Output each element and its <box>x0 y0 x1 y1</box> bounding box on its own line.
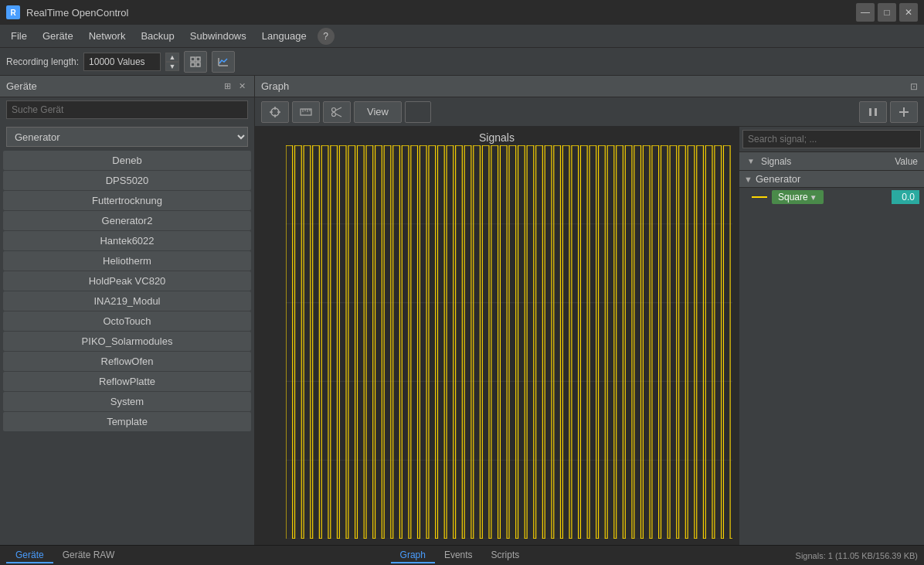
signals-column-label: Signals <box>761 156 791 167</box>
tab-scripts[interactable]: Scripts <box>482 548 529 563</box>
list-item[interactable]: Hantek6022 <box>3 231 251 250</box>
list-item[interactable]: INA219_Modul <box>3 291 251 311</box>
list-item[interactable]: Deneb <box>3 151 251 170</box>
list-item[interactable]: DPS5020 <box>3 171 251 190</box>
tab-geraete[interactable]: Geräte <box>6 548 53 563</box>
svg-rect-21 <box>899 111 909 113</box>
list-item[interactable]: Template <box>3 412 251 431</box>
device-list: Generator Deneb DPS5020 Futtertrocknung … <box>0 122 254 545</box>
geraete-close-button[interactable]: ✕ <box>236 80 248 92</box>
geraete-title: Geräte <box>6 80 37 92</box>
maximize-button[interactable]: □ <box>878 3 896 22</box>
value-col-header: Value <box>878 155 924 168</box>
menu-network[interactable]: Network <box>81 27 134 45</box>
signals-panel: ▼ Signals Value ▼ Generator Square ▼ 0.0 <box>739 127 924 545</box>
list-item[interactable]: OctoTouch <box>3 311 251 331</box>
chart-button[interactable] <box>212 51 235 73</box>
geraete-header: Geräte ⊞ ✕ <box>0 76 254 97</box>
list-item[interactable]: Futtertrocknung <box>3 191 251 210</box>
signals-search-input[interactable] <box>742 130 921 148</box>
list-item[interactable]: HoldPeak VC820 <box>3 271 251 291</box>
recording-spinner: ▲ ▼ <box>165 53 179 71</box>
spin-down-button[interactable]: ▼ <box>165 62 179 71</box>
list-item[interactable]: ReflowPlatte <box>3 372 251 391</box>
list-item[interactable]: System <box>3 392 251 411</box>
signal-value-display: 0.0 <box>892 190 919 204</box>
scissors-button[interactable] <box>323 101 351 123</box>
svg-rect-18 <box>869 108 871 116</box>
svg-rect-3 <box>196 63 200 66</box>
recording-label: Recording length: <box>6 56 79 67</box>
view-extra-button[interactable] <box>405 101 431 123</box>
app-icon: R <box>6 5 20 19</box>
signal-name-button[interactable]: Square ▼ <box>772 190 824 204</box>
bottom-right-tabs: Graph Events Scripts <box>391 548 529 563</box>
graph-signals-area: Signals 1 0. <box>255 127 924 545</box>
list-item[interactable]: Heliotherm <box>3 251 251 271</box>
menu-subwindows[interactable]: Subwindows <box>182 27 254 45</box>
svg-point-15 <box>332 112 336 116</box>
menu-help[interactable]: ? <box>318 28 335 45</box>
signal-name-label: Square <box>778 192 808 203</box>
svg-rect-2 <box>191 63 195 66</box>
view-button[interactable]: View <box>354 101 402 123</box>
graph-toolbar: View <box>255 97 924 127</box>
geraete-expand-button[interactable]: ⊞ <box>222 80 233 92</box>
crosshair-button[interactable] <box>261 101 289 123</box>
graph-title: Graph <box>261 80 289 92</box>
toolbar: Recording length: ▲ ▼ <box>0 48 924 76</box>
signals-expand-button[interactable]: ▼ <box>744 157 758 165</box>
tab-events[interactable]: Events <box>435 548 482 563</box>
tab-geraete-raw[interactable]: Geräte RAW <box>53 548 124 563</box>
statusbar: Geräte Geräte RAW Graph Events Scripts S… <box>0 545 924 565</box>
grid-button[interactable] <box>184 51 207 73</box>
svg-rect-1 <box>196 57 200 61</box>
graph-expand-button[interactable]: ⊡ <box>910 81 918 92</box>
recording-input[interactable] <box>83 53 161 71</box>
geraete-panel: Geräte ⊞ ✕ Generator Deneb DPS5020 Futte… <box>0 76 255 545</box>
device-dropdown[interactable]: Generator <box>6 127 248 147</box>
menu-language[interactable]: Language <box>254 27 314 45</box>
menu-geraete[interactable]: Geräte <box>35 27 81 45</box>
bottom-left-tabs: Geräte Geräte RAW <box>6 548 124 563</box>
generator-expand-icon: ▼ <box>744 175 752 184</box>
pause-button[interactable] <box>859 101 887 123</box>
search-geraet-input[interactable] <box>6 100 248 119</box>
list-item[interactable]: Generator2 <box>3 211 251 230</box>
minimize-button[interactable]: — <box>856 3 875 22</box>
signals-col-header: ▼ Signals <box>739 155 878 168</box>
window-controls: — □ ✕ <box>856 3 918 22</box>
graph-header: Graph ⊡ <box>255 76 924 97</box>
spin-up-button[interactable]: ▲ <box>165 53 179 62</box>
add-signal-button[interactable] <box>890 101 918 123</box>
svg-line-16 <box>335 107 341 111</box>
ruler-button[interactable] <box>292 101 320 123</box>
right-panel: Graph ⊡ <box>255 76 924 545</box>
list-item[interactable]: PIKO_Solarmodules <box>3 332 251 351</box>
signals-search-area <box>739 127 924 152</box>
signals-columns-header: ▼ Signals Value <box>739 152 924 171</box>
svg-line-17 <box>335 114 341 117</box>
titlebar: R RealTime OpenControl — □ ✕ <box>0 0 924 25</box>
signal-item-row: Square ▼ 0.0 <box>739 188 924 206</box>
svg-point-14 <box>332 107 336 111</box>
generator-group-row: ▼ Generator <box>739 171 924 188</box>
svg-rect-19 <box>875 108 877 116</box>
status-info: Signals: 1 (11.05 KB/156.39 KB) <box>796 551 918 560</box>
device-dropdown-row: Generator <box>0 124 254 150</box>
signal-dropdown-arrow-icon: ▼ <box>810 193 817 202</box>
chart-title: Signals <box>255 127 739 145</box>
graph-canvas: Signals 1 0. <box>255 127 739 545</box>
main-area: Geräte ⊞ ✕ Generator Deneb DPS5020 Futte… <box>0 76 924 545</box>
tab-graph[interactable]: Graph <box>391 548 435 563</box>
menu-file[interactable]: File <box>3 27 35 45</box>
menubar: File Geräte Network Backup Subwindows La… <box>0 25 924 48</box>
svg-rect-0 <box>191 57 195 61</box>
graph-plot: 1 0.8 0.6 0.4 0.2 0 <box>286 145 732 539</box>
app-title: RealTime OpenControl <box>26 7 850 19</box>
generator-group-label: Generator <box>756 173 919 185</box>
list-item[interactable]: ReflowOfen <box>3 352 251 371</box>
menu-backup[interactable]: Backup <box>133 27 182 45</box>
signal-color-indicator <box>752 196 767 198</box>
close-button[interactable]: ✕ <box>899 3 918 22</box>
